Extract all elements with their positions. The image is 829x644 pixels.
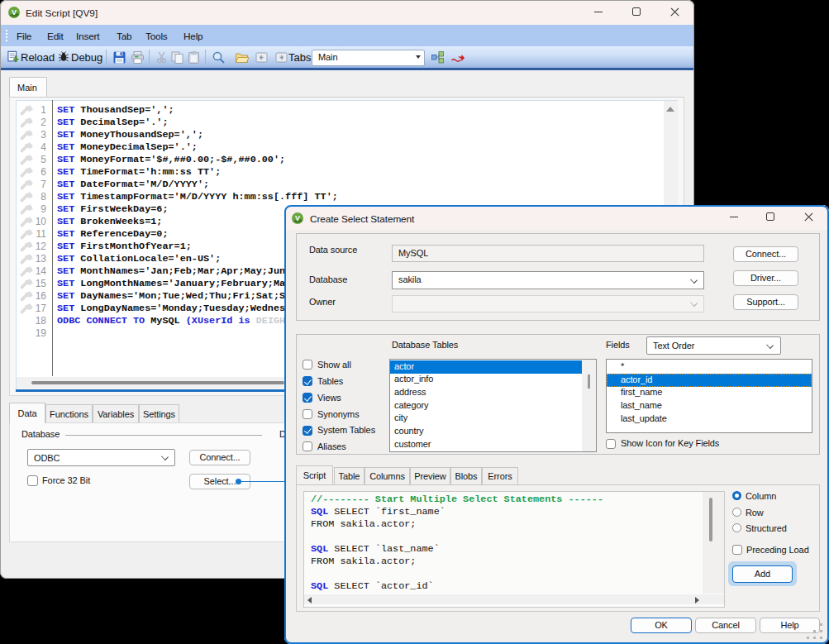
svg-text:V: V [12, 8, 17, 17]
svg-text:V: V [295, 214, 300, 222]
